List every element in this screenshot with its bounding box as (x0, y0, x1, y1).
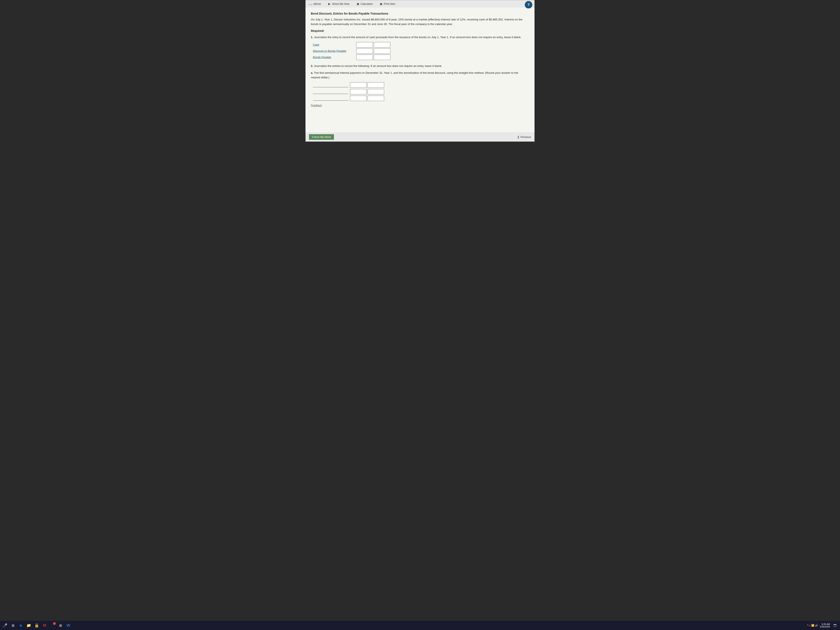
calculator-label: Calculator (361, 2, 373, 5)
required-label: Required: (311, 29, 526, 33)
cash-row: Cash (313, 42, 526, 47)
show-me-how-label: Show Me How (332, 2, 350, 5)
cash-credit-input[interactable] (374, 42, 390, 47)
check-my-work-button[interactable]: Check My Work (309, 134, 334, 140)
question1-section: 1. Journalize the entry to record the am… (311, 35, 526, 60)
question1-text: 1. Journalize the entry to record the am… (311, 35, 526, 39)
play-icon: ▶ (328, 2, 331, 5)
previous-label: Previous (520, 136, 531, 139)
s2-debit-2[interactable] (350, 89, 367, 95)
question1-body: Journalize the entry to record the amoun… (314, 36, 521, 39)
discount-row: Discount on Bonds Payable (313, 48, 526, 54)
s2-credit-2[interactable] (368, 89, 384, 95)
cash-input-pair (356, 42, 390, 47)
journal-table-1: Cash Discount on Bonds Payable (313, 42, 526, 60)
help-button[interactable]: ? (525, 1, 532, 8)
question2-section: 2. Journalize the entries to record the … (311, 64, 526, 107)
bonds-payable-input-pair (356, 55, 390, 60)
content-body: On July 1, Year 1, Danzer Industries Inc… (311, 17, 526, 26)
ebook-button[interactable]: 📖 eBook (308, 2, 322, 6)
section2-input-pair-3 (350, 96, 384, 101)
question1-number: 1. (311, 36, 313, 39)
question2a-text: a. The first semiannual interest payment… (311, 71, 526, 80)
discount-debit-input[interactable] (356, 48, 373, 54)
bottom-bar: Check My Work ❮ Previous (306, 132, 534, 142)
section2-row-1 (313, 82, 526, 88)
discount-input-pair (356, 48, 390, 54)
question2a-body: The first semiannual interest payment on… (311, 71, 518, 79)
calculator-button[interactable]: ▣ Calculator (355, 2, 374, 6)
question2-text: 2. Journalize the entries to record the … (311, 64, 526, 68)
bonds-payable-row: Bonds Payable (313, 55, 526, 60)
bonds-payable-debit-input[interactable] (356, 55, 373, 60)
show-me-how-button[interactable]: ▶ Show Me How (327, 2, 351, 6)
content-title: Bond Discount, Entries for Bonds Payable… (311, 12, 526, 15)
journal-table-2 (313, 82, 526, 101)
question2-body: Journalize the entries to record the fol… (314, 65, 442, 68)
discount-credit-input[interactable] (374, 48, 390, 54)
content-area: Bond Discount, Entries for Bonds Payable… (306, 8, 534, 131)
s2-credit-1[interactable] (368, 82, 384, 88)
bonds-payable-credit-input[interactable] (374, 55, 390, 60)
ebook-label: eBook (313, 2, 321, 5)
blank-account-2 (313, 89, 348, 94)
toolbar: 📖 eBook ▶ Show Me How ▣ Calculator ▣ Pri… (306, 0, 534, 8)
previous-button[interactable]: ❮ Previous (517, 136, 531, 139)
s2-debit-3[interactable] (350, 96, 367, 101)
calculator-icon: ▣ (356, 2, 360, 5)
chevron-left-icon: ❮ (517, 136, 519, 139)
bonds-payable-account-label[interactable]: Bonds Payable (313, 55, 355, 59)
help-icon: ? (527, 3, 530, 7)
print-item-button[interactable]: ▣ Print Item (378, 2, 397, 6)
s2-debit-1[interactable] (350, 82, 367, 88)
question2-number: 2. (311, 65, 313, 68)
blank-account-3 (313, 96, 348, 101)
section2-row-2 (313, 89, 526, 95)
question2a-label: a. (311, 71, 313, 74)
cash-account-label[interactable]: Cash (313, 43, 355, 46)
section2-row-3 (313, 96, 526, 101)
feedback-link[interactable]: Feedback (311, 104, 526, 107)
discount-account-label[interactable]: Discount on Bonds Payable (313, 49, 355, 52)
print-item-label: Print Item (384, 2, 395, 5)
section2-input-pair-2 (350, 89, 384, 95)
section2-input-pair-1 (350, 82, 384, 88)
cash-debit-input[interactable] (356, 42, 373, 47)
print-icon: ▣ (379, 2, 383, 5)
ebook-icon: 📖 (309, 2, 312, 5)
blank-account-1 (313, 83, 348, 87)
s2-credit-3[interactable] (368, 96, 384, 101)
